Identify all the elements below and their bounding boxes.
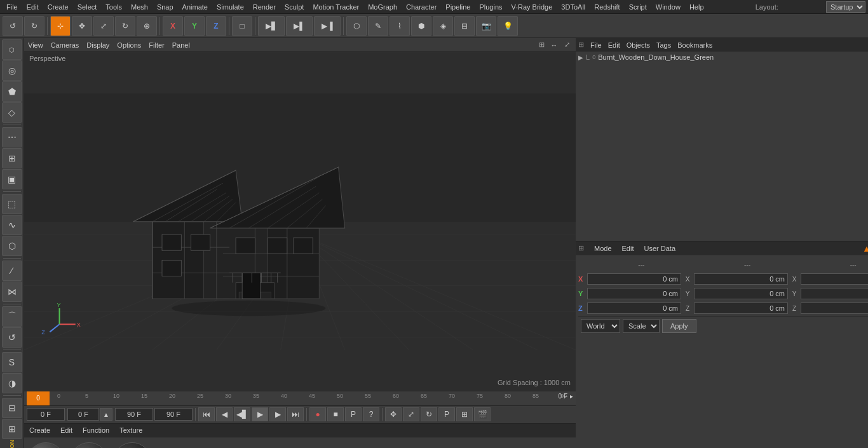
layout-selector[interactable]: Startup	[826, 1, 865, 13]
viewport[interactable]: View Cameras Display Options Filter Pane…	[24, 38, 576, 448]
menu-motion-tracker[interactable]: Motion Tracker	[309, 2, 363, 12]
poly-btn[interactable]: ▣	[2, 169, 22, 189]
cube-btn[interactable]: ⬡	[346, 16, 367, 36]
scale-btn[interactable]: ⤢	[93, 16, 114, 36]
menu-mesh[interactable]: Mesh	[127, 2, 152, 12]
menu-sculpt[interactable]: Sculpt	[281, 2, 308, 12]
x-axis-btn[interactable]: X	[163, 16, 183, 36]
camera-btn[interactable]: 📷	[476, 16, 496, 36]
time-end2-input[interactable]	[154, 408, 193, 421]
viewport-panel-menu[interactable]: Panel	[172, 41, 190, 49]
redo-btn[interactable]: ↻	[24, 16, 44, 36]
viewport-options-menu[interactable]: Options	[117, 41, 141, 49]
z-axis-btn[interactable]: Z	[206, 16, 226, 36]
z-rot-input[interactable]	[801, 302, 868, 314]
bridge-btn[interactable]: ⋈	[2, 282, 22, 302]
play-btn[interactable]: ▶	[252, 407, 268, 421]
obj-tags-menu[interactable]: Tags	[654, 41, 674, 49]
mat-function-menu[interactable]: Function	[80, 426, 112, 434]
subdiv-btn[interactable]: ⬢	[411, 16, 431, 36]
x-rot-input[interactable]	[801, 273, 868, 285]
viewport-icon-2[interactable]: ↔	[549, 40, 559, 50]
mat-texture-menu[interactable]: Texture	[117, 426, 145, 434]
obj-file-menu[interactable]: File	[588, 41, 604, 49]
frame-end-arrow[interactable]: ▸	[570, 393, 573, 400]
menu-render[interactable]: Render	[249, 2, 280, 12]
z-size-input[interactable]	[694, 302, 788, 314]
render-viewport-btn[interactable]: ▶▌	[286, 16, 313, 36]
prev-frame-btn[interactable]: ◀	[216, 407, 233, 421]
obj-objects-menu[interactable]: Objects	[624, 41, 653, 49]
prev-play-btn[interactable]: ◀▋	[234, 407, 250, 421]
go-end-btn[interactable]: ⏭	[287, 407, 304, 421]
help-btn[interactable]: ?	[363, 407, 379, 421]
render-btn[interactable]: ▶▐	[314, 16, 341, 36]
menu-character[interactable]: Character	[402, 2, 440, 12]
viewport-cameras-menu[interactable]: Cameras	[51, 41, 79, 49]
y-rot-input[interactable]	[801, 288, 868, 299]
twist-btn[interactable]: ↺	[2, 327, 22, 348]
y-axis-btn[interactable]: Y	[184, 16, 205, 36]
menu-script[interactable]: Script	[625, 2, 651, 12]
menu-edit[interactable]: Edit	[23, 2, 43, 12]
grid-anim-btn[interactable]: ⊞	[456, 407, 473, 421]
apply-button[interactable]: Apply	[662, 319, 696, 333]
stop-btn[interactable]: ■	[327, 407, 344, 421]
material-1[interactable]: Logs	[27, 442, 65, 448]
mat-edit-menu[interactable]: Edit	[58, 426, 75, 434]
menu-window[interactable]: Window	[652, 2, 684, 12]
obj-bookmarks-menu[interactable]: Bookmarks	[675, 41, 715, 49]
points-btn[interactable]: ⋯	[2, 127, 22, 147]
attr-edit-menu[interactable]: Edit	[620, 245, 637, 252]
select-btn[interactable]: ⊹	[50, 16, 71, 36]
attr-userdata-menu[interactable]: User Data	[642, 245, 679, 252]
menu-animate[interactable]: Animate	[179, 2, 212, 12]
track-btn[interactable]: P	[438, 407, 455, 421]
mode-motion-btn[interactable]: ◇	[2, 102, 22, 123]
viewport-display-menu[interactable]: Display	[86, 41, 109, 49]
menu-pipeline[interactable]: Pipeline	[442, 2, 474, 12]
viewport-view-menu[interactable]: View	[28, 41, 43, 49]
timeline-ruler[interactable]: 0 0 5 10 15 20 25 30 35 40 45 50 55 60 6	[24, 391, 576, 405]
rotate-anim-btn[interactable]: ↻	[421, 407, 437, 421]
material-2[interactable]: Items	[70, 442, 108, 448]
menu-file[interactable]: File	[3, 2, 22, 12]
go-start-btn[interactable]: ⏮	[198, 407, 215, 421]
menu-vray[interactable]: V-Ray Bridge	[508, 2, 557, 12]
box-select-btn[interactable]: ⬚	[2, 194, 22, 214]
multi-tool-btn[interactable]: ⊕	[137, 16, 157, 36]
object-mode-btn[interactable]: □	[232, 16, 252, 36]
render-region-btn[interactable]: ▶▋	[258, 16, 285, 36]
z-pos-input[interactable]	[587, 302, 681, 314]
rotate-btn[interactable]: ↻	[115, 16, 135, 36]
menu-snap[interactable]: Snap	[153, 2, 177, 12]
film-btn[interactable]: 🎬	[474, 407, 491, 421]
material-ball-finishing[interactable]	[113, 442, 151, 448]
lasso-btn[interactable]: ∿	[2, 215, 22, 235]
viewport-icon-3[interactable]: ⤢	[562, 40, 572, 50]
obj-edit-menu[interactable]: Edit	[606, 41, 623, 49]
y-pos-input[interactable]	[587, 288, 681, 299]
pen-btn[interactable]: ✎	[368, 16, 388, 36]
mode-model-btn[interactable]: ⬡	[2, 39, 22, 60]
viewport-filter-menu[interactable]: Filter	[149, 41, 164, 49]
spline-btn[interactable]: ⌇	[390, 16, 410, 36]
viewport-canvas[interactable]: X Y Z Perspective Grid Spacing : 1000 cm	[24, 52, 576, 391]
menu-help[interactable]: Help	[686, 2, 708, 12]
attr-mode-menu[interactable]: Mode	[592, 245, 614, 252]
time-start-input[interactable]	[27, 408, 65, 421]
x-pos-input[interactable]	[587, 273, 681, 285]
keyframe-btn[interactable]: P	[345, 407, 362, 421]
material-ball-logs[interactable]	[27, 442, 65, 448]
paint-btn[interactable]: ◈	[433, 16, 453, 36]
mat-create-menu[interactable]: Create	[27, 426, 53, 434]
menu-plugins[interactable]: Plugins	[475, 2, 506, 12]
paint-tool-btn[interactable]: ◑	[2, 373, 22, 393]
record-btn[interactable]: ●	[309, 407, 326, 421]
scale-dropdown[interactable]: Scale	[623, 319, 660, 333]
extra-btn-2[interactable]: ⊞	[2, 419, 22, 439]
y-size-input[interactable]	[694, 288, 788, 299]
undo-btn[interactable]: ↺	[3, 16, 23, 36]
light-btn[interactable]: 💡	[498, 16, 518, 36]
material-3[interactable]: Finishin	[113, 442, 151, 448]
